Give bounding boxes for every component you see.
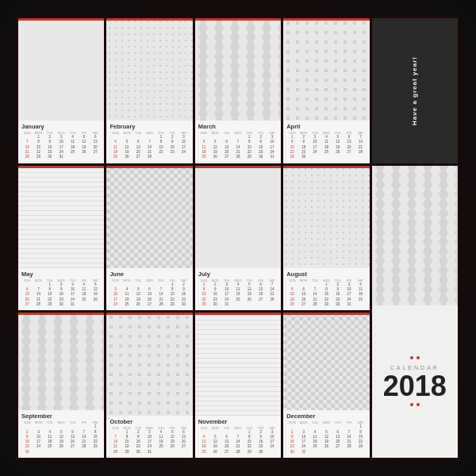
month-cell-august: AugustSUNMONTUEWEDTHUFRISAT...1234567891…	[283, 166, 369, 311]
month-name: March	[198, 123, 278, 130]
month-name: January	[21, 123, 101, 130]
month-name: June	[109, 271, 189, 278]
month-name: November	[198, 418, 278, 425]
year-number: 2018	[383, 372, 447, 401]
month-name: May	[21, 271, 101, 278]
decoration-dots-bottom	[410, 403, 420, 406]
month-cell-may: MaySUNMONTUEWEDTHUFRISAT..12345678910111…	[18, 166, 104, 311]
month-cell-june: JuneSUNMONTUEWEDTHUFRISAT.....1234567891…	[106, 166, 192, 311]
tagline-cell: Have a great year!	[372, 18, 458, 163]
month-cell-march: MarchSUNMONTUEWEDTHUFRISAT....1234567891…	[195, 18, 281, 163]
month-cell-december: DecemberSUNMONTUEWEDTHUFRISAT......12345…	[283, 313, 369, 458]
month-name: February	[109, 123, 189, 130]
month-name: October	[109, 418, 189, 425]
month-name: December	[286, 413, 366, 420]
month-cell-october: OctoberSUNMONTUEWEDTHUFRISAT.12345678910…	[106, 313, 192, 458]
decoration-dots-top	[410, 356, 420, 359]
month-cell-july: JulySUNMONTUEWEDTHUFRISAT123456789101112…	[195, 166, 281, 311]
month-cell-january: JanuarySUNMONTUEWEDTHUFRISAT.12345678910…	[18, 18, 104, 163]
month-cell-november: NovemberSUNMONTUEWEDTHUFRISAT....1234567…	[195, 313, 281, 458]
month-name: September	[21, 413, 101, 420]
month-name: July	[198, 271, 278, 278]
month-cell-february: FebruarySUNMONTUEWEDTHUFRISAT....1234567…	[106, 18, 192, 163]
month-name: August	[286, 271, 366, 278]
month-cell-april: AprilSUNMONTUEWEDTHUFRISAT12345678910111…	[283, 18, 369, 163]
month-cell-september: SeptemberSUNMONTUEWEDTHUFRISAT......1234…	[18, 313, 104, 458]
year-cell: CALENDAR2018	[372, 166, 458, 458]
tagline-text: Have a great year!	[411, 56, 418, 125]
month-name: April	[286, 123, 366, 130]
calendar-container: JanuarySUNMONTUEWEDTHUFRISAT.12345678910…	[16, 16, 460, 460]
